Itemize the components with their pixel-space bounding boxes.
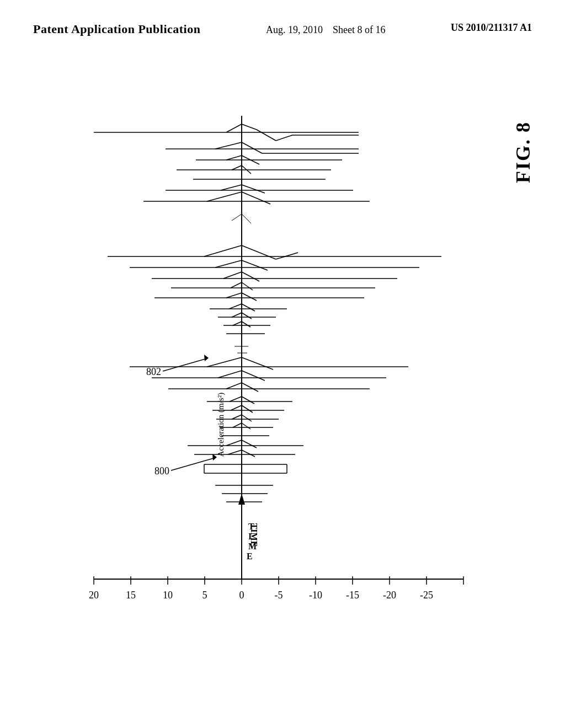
svg-line-113 [226,440,242,446]
publication-title: Patent Application Publication [33,22,200,36]
svg-line-86 [242,322,250,327]
svg-text:-5: -5 [275,590,283,601]
svg-text:M: M [248,542,257,551]
svg-line-40 [257,130,276,141]
patent-number: US 2010/211317 A1 [451,22,532,34]
svg-line-68 [242,260,268,270]
svg-text:15: 15 [126,590,136,601]
svg-text:20: 20 [89,590,99,601]
svg-line-116 [228,450,242,454]
svg-line-77 [242,293,257,301]
svg-line-70 [223,272,242,279]
svg-line-51 [232,165,242,170]
svg-line-35 [163,358,207,371]
svg-line-104 [242,405,253,413]
svg-line-95 [242,371,265,381]
svg-line-79 [229,304,242,309]
svg-line-56 [242,185,265,193]
svg-line-100 [230,397,242,402]
sheet-info: Sheet 8 of 16 [333,24,385,35]
svg-text:-15: -15 [346,590,359,601]
svg-line-110 [242,423,250,429]
svg-line-117 [242,450,255,457]
svg-line-80 [242,304,255,311]
svg-line-106 [232,415,242,419]
svg-line-63 [204,245,242,256]
publication-date: Aug. 19, 2010 [266,24,323,35]
svg-line-83 [242,313,252,319]
svg-marker-25 [238,494,245,505]
figure-label: FIG. 8 [511,121,535,183]
chart-svg: 20 15 10 5 0 -5 -10 -15 -20 -25 Accelera… [44,94,497,634]
svg-text:-20: -20 [383,590,396,601]
svg-line-92 [242,357,273,370]
svg-text:10: 10 [163,590,173,601]
svg-line-107 [242,415,252,421]
svg-text:802: 802 [146,366,161,377]
svg-text:800: 800 [154,465,169,477]
svg-line-91 [207,357,242,367]
svg-line-64 [242,245,276,259]
svg-line-109 [233,423,242,427]
svg-line-59 [242,192,270,204]
svg-line-94 [218,371,242,378]
svg-text:5: 5 [202,590,207,601]
svg-line-39 [242,124,257,130]
svg-line-73 [231,282,242,288]
svg-text:-10: -10 [309,590,322,601]
svg-line-65 [276,253,298,259]
svg-line-76 [226,293,242,298]
chart-container: 20 15 10 5 0 -5 -10 -15 -20 -25 Accelera… [44,94,497,634]
svg-line-61 [242,214,251,223]
svg-text:I: I [248,532,252,541]
svg-line-45 [242,142,262,153]
svg-line-41 [276,135,292,141]
svg-line-103 [231,405,242,410]
svg-line-58 [207,192,242,201]
svg-line-48 [226,156,242,160]
svg-marker-36 [204,355,209,361]
page-header: Patent Application Publication Aug. 19, … [0,0,565,38]
svg-line-82 [232,313,242,317]
svg-line-55 [221,185,242,190]
publication-date-sheet: Aug. 19, 2010 Sheet 8 of 16 [266,22,385,38]
svg-line-71 [242,272,259,281]
svg-text:E: E [247,552,253,561]
svg-line-98 [242,383,258,392]
svg-text:T: T [248,522,254,531]
svg-text:-25: -25 [420,590,433,601]
svg-line-114 [242,440,257,448]
svg-line-85 [233,322,242,325]
svg-line-101 [242,397,254,404]
svg-line-97 [226,383,242,389]
svg-text:0: 0 [239,590,244,601]
svg-line-44 [215,142,242,149]
svg-line-74 [242,282,253,290]
svg-line-38 [226,124,242,132]
svg-text:Acceleration (m/s²): Acceleration (m/s²) [216,393,226,457]
svg-line-67 [215,260,242,267]
svg-line-60 [232,214,242,221]
